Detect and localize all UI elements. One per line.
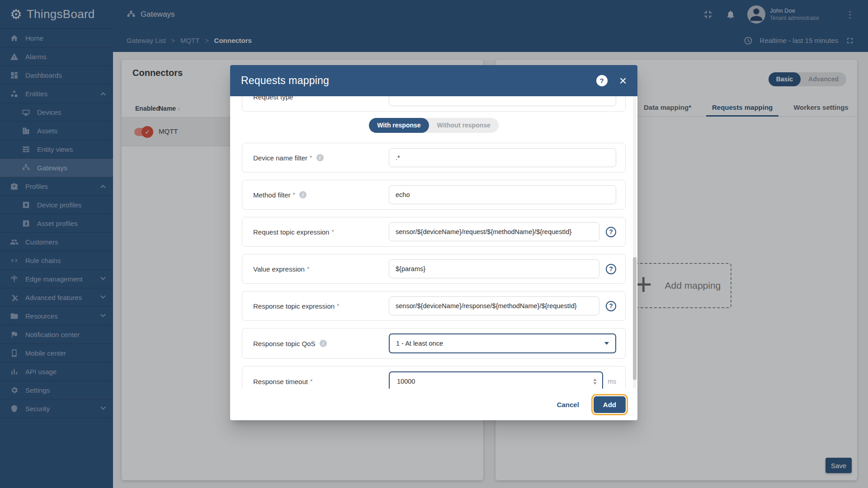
- label-text: Method filter: [253, 191, 291, 199]
- response-type-row: With response Without response: [242, 118, 626, 133]
- required-marker: *: [307, 265, 309, 272]
- info-icon[interactable]: i: [299, 191, 307, 198]
- close-icon[interactable]: ×: [619, 75, 627, 87]
- label-text: Request type: [253, 96, 293, 101]
- request-type-input[interactable]: [389, 96, 616, 106]
- response-topic-qos-select[interactable]: 1 - At least once: [389, 333, 616, 353]
- required-marker: *: [310, 378, 312, 385]
- label-text: Response topic QoS: [253, 340, 316, 347]
- required-marker: *: [331, 228, 334, 235]
- scrollbar-thumb[interactable]: [633, 257, 637, 380]
- info-icon[interactable]: i: [320, 340, 327, 347]
- chevron-down-icon: [604, 342, 609, 345]
- label-text: Response topic expression: [253, 302, 335, 310]
- field-label-value-expression: Value expression *: [253, 265, 389, 273]
- help-icon[interactable]: ?: [606, 227, 616, 237]
- field-row-response-topic-qos: Response topic QoS i 1 - At least once: [242, 328, 626, 359]
- dialog-header: Requests mapping ? ×: [230, 65, 637, 96]
- field-row-request-type: Request type: [242, 96, 626, 112]
- field-label-response-timeout: Response timeout *: [253, 378, 389, 385]
- label-text: Response timeout: [253, 378, 308, 385]
- field-label-response-topic-expression: Response topic expression *: [253, 302, 389, 310]
- field-row-method-filter: Method filter * i: [242, 180, 626, 210]
- method-filter-input[interactable]: [389, 185, 616, 204]
- help-icon[interactable]: ?: [606, 264, 616, 274]
- device-name-filter-input[interactable]: [389, 148, 616, 167]
- thingsboard-app: ⚙ ThingsBoard HomeAlarmsDashboardsEntiti…: [0, 0, 868, 488]
- response-type-toggle: With response Without response: [369, 118, 498, 133]
- info-icon[interactable]: i: [316, 154, 324, 161]
- cancel-button[interactable]: Cancel: [552, 397, 584, 412]
- selected-option: 1 - At least once: [396, 340, 443, 347]
- dialog-footer: Cancel Add: [230, 389, 637, 420]
- dialog-help-button[interactable]: ?: [596, 75, 608, 86]
- field-label-request-topic-expression: Request topic expression *: [253, 228, 389, 236]
- response-topic-expression-input[interactable]: [389, 296, 599, 315]
- field-row-response-topic-expression: Response topic expression * ?: [242, 291, 626, 321]
- toggle-with-response[interactable]: With response: [369, 118, 429, 133]
- field-row-response-timeout: Response timeout * ms: [242, 366, 626, 389]
- field-row-device-name-filter: Device name filter * i: [242, 143, 626, 173]
- number-stepper[interactable]: [592, 379, 598, 385]
- dialog-title: Requests mapping: [241, 75, 329, 87]
- response-timeout-input[interactable]: [396, 377, 592, 385]
- requests-mapping-dialog: Requests mapping ? × Request type With r…: [230, 65, 637, 420]
- required-marker: *: [293, 191, 295, 198]
- label-text: Device name filter: [253, 154, 307, 162]
- request-topic-expression-input[interactable]: [389, 222, 599, 241]
- label-text: Value expression: [253, 265, 305, 273]
- field-label-method-filter: Method filter * i: [253, 191, 389, 199]
- field-row-request-topic-expression: Request topic expression * ?: [242, 217, 626, 247]
- unit-suffix: ms: [608, 378, 616, 385]
- required-marker: *: [337, 302, 339, 310]
- label-text: Request topic expression: [253, 228, 329, 236]
- field-row-value-expression: Value expression * ?: [242, 254, 626, 284]
- required-marker: *: [310, 154, 312, 161]
- field-label-response-topic-qos: Response topic QoS i: [253, 340, 389, 347]
- toggle-without-response[interactable]: Without response: [429, 118, 499, 133]
- field-label-request-type: Request type: [253, 96, 389, 101]
- add-button[interactable]: Add: [594, 396, 626, 413]
- dialog-body: Request type With response Without respo…: [230, 96, 637, 389]
- value-expression-input[interactable]: [389, 259, 599, 278]
- field-label-device-name-filter: Device name filter * i: [253, 154, 389, 162]
- help-icon[interactable]: ?: [606, 301, 616, 311]
- response-timeout-field: [389, 371, 603, 389]
- dialog-scrollbar[interactable]: [633, 96, 637, 389]
